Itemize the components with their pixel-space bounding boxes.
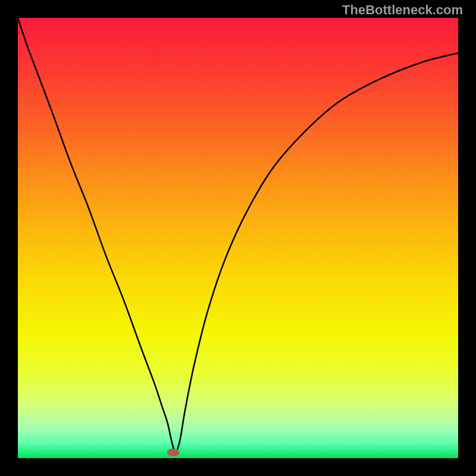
chart-frame (18, 18, 458, 458)
attribution-text: TheBottleneck.com (342, 2, 463, 18)
chart-background (18, 18, 458, 458)
minimum-marker (167, 449, 180, 456)
chart-svg (18, 18, 458, 458)
